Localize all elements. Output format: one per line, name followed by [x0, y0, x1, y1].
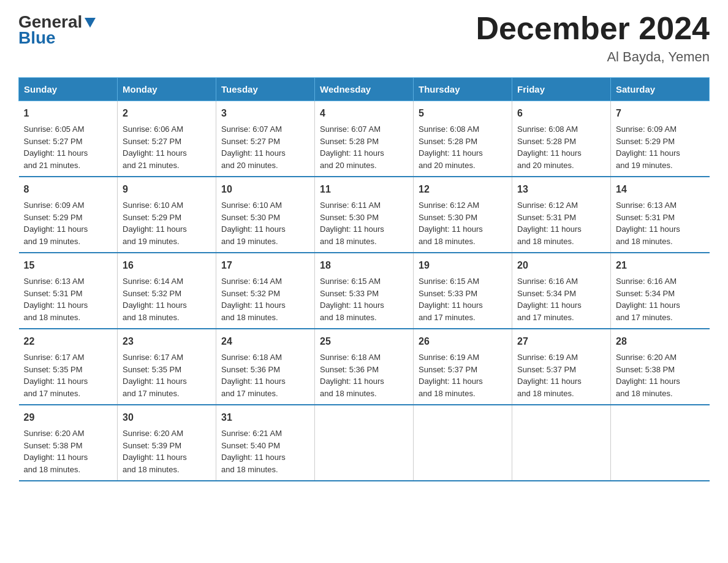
day-number: 6	[517, 106, 605, 121]
logo: General Blue	[18, 12, 96, 48]
table-row: 12 Sunrise: 6:12 AMSunset: 5:30 PMDaylig…	[414, 177, 512, 253]
day-info: Sunrise: 6:18 AMSunset: 5:36 PMDaylight:…	[320, 353, 384, 398]
day-number: 3	[221, 106, 309, 121]
table-row: 5 Sunrise: 6:08 AMSunset: 5:28 PMDayligh…	[414, 101, 512, 177]
table-row	[315, 405, 414, 481]
table-row: 4 Sunrise: 6:07 AMSunset: 5:28 PMDayligh…	[315, 101, 414, 177]
day-info: Sunrise: 6:11 AMSunset: 5:30 PMDaylight:…	[320, 201, 384, 246]
day-number: 28	[616, 334, 705, 349]
table-row: 23 Sunrise: 6:17 AMSunset: 5:35 PMDaylig…	[118, 329, 216, 405]
day-info: Sunrise: 6:17 AMSunset: 5:35 PMDaylight:…	[24, 353, 88, 398]
table-row: 11 Sunrise: 6:11 AMSunset: 5:30 PMDaylig…	[315, 177, 414, 253]
day-number: 31	[221, 410, 309, 425]
calendar-table: Sunday Monday Tuesday Wednesday Thursday…	[18, 77, 710, 481]
table-row	[611, 405, 710, 481]
day-info: Sunrise: 6:17 AMSunset: 5:35 PMDaylight:…	[123, 353, 187, 398]
day-info: Sunrise: 6:16 AMSunset: 5:34 PMDaylight:…	[517, 277, 582, 322]
table-row: 16 Sunrise: 6:14 AMSunset: 5:32 PMDaylig…	[118, 253, 216, 329]
day-info: Sunrise: 6:14 AMSunset: 5:32 PMDaylight:…	[221, 277, 286, 322]
day-info: Sunrise: 6:13 AMSunset: 5:31 PMDaylight:…	[616, 201, 680, 246]
day-info: Sunrise: 6:20 AMSunset: 5:39 PMDaylight:…	[123, 429, 187, 474]
table-row: 29 Sunrise: 6:20 AMSunset: 5:38 PMDaylig…	[19, 405, 118, 481]
day-number: 15	[24, 258, 113, 273]
day-number: 21	[616, 258, 705, 273]
day-info: Sunrise: 6:10 AMSunset: 5:30 PMDaylight:…	[221, 201, 286, 246]
day-number: 2	[123, 106, 211, 121]
day-info: Sunrise: 6:15 AMSunset: 5:33 PMDaylight:…	[419, 277, 483, 322]
day-number: 19	[419, 258, 507, 273]
day-number: 30	[123, 410, 211, 425]
calendar-week-row: 22 Sunrise: 6:17 AMSunset: 5:35 PMDaylig…	[19, 329, 710, 405]
day-number: 5	[419, 106, 507, 121]
day-number: 23	[123, 334, 211, 349]
day-info: Sunrise: 6:05 AMSunset: 5:27 PMDaylight:…	[24, 124, 88, 170]
logo-triangle-icon	[85, 18, 96, 28]
day-info: Sunrise: 6:08 AMSunset: 5:28 PMDaylight:…	[419, 124, 483, 170]
day-number: 7	[616, 106, 705, 121]
table-row: 15 Sunrise: 6:13 AMSunset: 5:31 PMDaylig…	[19, 253, 118, 329]
day-number: 4	[320, 106, 408, 121]
day-number: 26	[419, 334, 507, 349]
title-block: December 2024 Al Bayda, Yemen	[476, 12, 710, 65]
month-title: December 2024	[476, 12, 710, 44]
day-number: 10	[221, 182, 309, 197]
day-number: 9	[123, 182, 211, 197]
table-row: 30 Sunrise: 6:20 AMSunset: 5:39 PMDaylig…	[118, 405, 216, 481]
table-row: 17 Sunrise: 6:14 AMSunset: 5:32 PMDaylig…	[216, 253, 315, 329]
table-row: 7 Sunrise: 6:09 AMSunset: 5:29 PMDayligh…	[611, 101, 710, 177]
table-row: 19 Sunrise: 6:15 AMSunset: 5:33 PMDaylig…	[414, 253, 512, 329]
header-saturday: Saturday	[611, 78, 710, 101]
day-number: 24	[221, 334, 309, 349]
table-row: 13 Sunrise: 6:12 AMSunset: 5:31 PMDaylig…	[512, 177, 611, 253]
day-number: 27	[517, 334, 605, 349]
header-wednesday: Wednesday	[315, 78, 414, 101]
table-row	[414, 405, 512, 481]
table-row: 2 Sunrise: 6:06 AMSunset: 5:27 PMDayligh…	[118, 101, 216, 177]
day-info: Sunrise: 6:20 AMSunset: 5:38 PMDaylight:…	[616, 353, 680, 398]
day-info: Sunrise: 6:19 AMSunset: 5:37 PMDaylight:…	[517, 353, 582, 398]
day-info: Sunrise: 6:14 AMSunset: 5:32 PMDaylight:…	[123, 277, 187, 322]
day-info: Sunrise: 6:16 AMSunset: 5:34 PMDaylight:…	[616, 277, 680, 322]
day-number: 29	[24, 410, 113, 425]
day-info: Sunrise: 6:13 AMSunset: 5:31 PMDaylight:…	[24, 277, 88, 322]
table-row: 27 Sunrise: 6:19 AMSunset: 5:37 PMDaylig…	[512, 329, 611, 405]
day-info: Sunrise: 6:09 AMSunset: 5:29 PMDaylight:…	[616, 124, 680, 170]
day-number: 22	[24, 334, 113, 349]
calendar-header-row: Sunday Monday Tuesday Wednesday Thursday…	[19, 78, 710, 101]
table-row: 8 Sunrise: 6:09 AMSunset: 5:29 PMDayligh…	[19, 177, 118, 253]
day-info: Sunrise: 6:08 AMSunset: 5:28 PMDaylight:…	[517, 124, 582, 170]
table-row: 18 Sunrise: 6:15 AMSunset: 5:33 PMDaylig…	[315, 253, 414, 329]
day-number: 8	[24, 182, 113, 197]
table-row: 6 Sunrise: 6:08 AMSunset: 5:28 PMDayligh…	[512, 101, 611, 177]
day-info: Sunrise: 6:15 AMSunset: 5:33 PMDaylight:…	[320, 277, 384, 322]
calendar-week-row: 29 Sunrise: 6:20 AMSunset: 5:38 PMDaylig…	[19, 405, 710, 481]
day-info: Sunrise: 6:19 AMSunset: 5:37 PMDaylight:…	[419, 353, 483, 398]
day-info: Sunrise: 6:06 AMSunset: 5:27 PMDaylight:…	[123, 124, 187, 170]
table-row: 26 Sunrise: 6:19 AMSunset: 5:37 PMDaylig…	[414, 329, 512, 405]
header-monday: Monday	[118, 78, 216, 101]
table-row: 1 Sunrise: 6:05 AMSunset: 5:27 PMDayligh…	[19, 101, 118, 177]
day-number: 13	[517, 182, 605, 197]
day-number: 18	[320, 258, 408, 273]
table-row	[512, 405, 611, 481]
day-number: 1	[24, 106, 113, 121]
table-row: 31 Sunrise: 6:21 AMSunset: 5:40 PMDaylig…	[216, 405, 315, 481]
location-title: Al Bayda, Yemen	[476, 49, 710, 65]
table-row: 9 Sunrise: 6:10 AMSunset: 5:29 PMDayligh…	[118, 177, 216, 253]
table-row: 10 Sunrise: 6:10 AMSunset: 5:30 PMDaylig…	[216, 177, 315, 253]
logo-blue-text: Blue	[18, 28, 56, 48]
table-row: 28 Sunrise: 6:20 AMSunset: 5:38 PMDaylig…	[611, 329, 710, 405]
calendar-week-row: 1 Sunrise: 6:05 AMSunset: 5:27 PMDayligh…	[19, 101, 710, 177]
table-row: 14 Sunrise: 6:13 AMSunset: 5:31 PMDaylig…	[611, 177, 710, 253]
calendar-week-row: 8 Sunrise: 6:09 AMSunset: 5:29 PMDayligh…	[19, 177, 710, 253]
day-info: Sunrise: 6:18 AMSunset: 5:36 PMDaylight:…	[221, 353, 286, 398]
table-row: 20 Sunrise: 6:16 AMSunset: 5:34 PMDaylig…	[512, 253, 611, 329]
day-number: 11	[320, 182, 408, 197]
day-info: Sunrise: 6:12 AMSunset: 5:31 PMDaylight:…	[517, 201, 582, 246]
table-row: 21 Sunrise: 6:16 AMSunset: 5:34 PMDaylig…	[611, 253, 710, 329]
header-sunday: Sunday	[19, 78, 118, 101]
header-friday: Friday	[512, 78, 611, 101]
table-row: 22 Sunrise: 6:17 AMSunset: 5:35 PMDaylig…	[19, 329, 118, 405]
day-info: Sunrise: 6:07 AMSunset: 5:27 PMDaylight:…	[221, 124, 286, 170]
day-info: Sunrise: 6:12 AMSunset: 5:30 PMDaylight:…	[419, 201, 483, 246]
